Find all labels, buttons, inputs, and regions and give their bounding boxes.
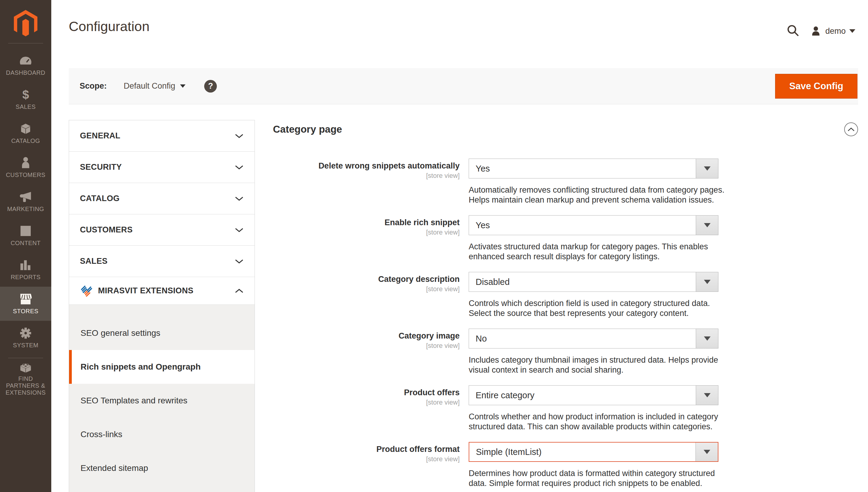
sidebar-item-label: FIND PARTNERS & EXTENSIONS bbox=[3, 375, 49, 396]
field-label: Category description bbox=[273, 274, 460, 284]
subnav-seo-templates-rewrites[interactable]: SEO Templates and rewrites bbox=[69, 384, 255, 418]
config-section-nav: GENERAL SECURITY CATALOG CUSTOMERS SALES bbox=[69, 120, 255, 492]
chevron-down-icon bbox=[235, 227, 244, 233]
field-label: Enable rich snippet bbox=[273, 218, 460, 227]
magento-logo-icon bbox=[13, 10, 38, 39]
sidebar-item-label: MARKETING bbox=[7, 205, 44, 213]
product-offers-format-select[interactable]: Simple (ItemList) bbox=[469, 442, 718, 462]
magento-logo[interactable] bbox=[0, 0, 51, 48]
select-arrow-icon[interactable] bbox=[696, 443, 718, 461]
sidebar-item-stores[interactable]: STORES bbox=[0, 287, 51, 321]
select-arrow-icon[interactable] bbox=[696, 329, 718, 348]
system-icon bbox=[20, 327, 31, 340]
sidebar-item-find-partners[interactable]: FIND PARTNERS & EXTENSIONS bbox=[0, 362, 51, 396]
extensions-subnav: SEO general settings Rich snippets and O… bbox=[69, 305, 255, 492]
config-nav-catalog[interactable]: CATALOG bbox=[69, 183, 255, 214]
sidebar-item-sales[interactable]: $ SALES bbox=[0, 82, 51, 116]
field-product-offers-format: Product offers format [store view] Simpl… bbox=[273, 442, 858, 488]
select-arrow-icon[interactable] bbox=[696, 216, 718, 235]
config-nav-security[interactable]: SECURITY bbox=[69, 152, 255, 183]
select-value: Entire category bbox=[469, 390, 534, 400]
search-icon[interactable] bbox=[787, 24, 799, 38]
scope-toolbar: Scope: Default Config ? Save Config bbox=[69, 68, 858, 104]
mirasvit-logo-icon bbox=[80, 284, 93, 298]
config-nav-general[interactable]: GENERAL bbox=[69, 120, 255, 152]
config-nav-customers[interactable]: CUSTOMERS bbox=[69, 214, 255, 246]
delete-wrong-snippets-select[interactable]: Yes bbox=[469, 158, 718, 178]
section-label: CATALOG bbox=[80, 194, 120, 203]
save-config-button[interactable]: Save Config bbox=[775, 74, 858, 99]
sidebar-item-content[interactable]: CONTENT bbox=[0, 219, 51, 253]
sidebar-item-label: DASHBOARD bbox=[6, 69, 45, 76]
sidebar-item-system[interactable]: SYSTEM bbox=[0, 321, 51, 355]
scope-caret-icon bbox=[180, 84, 186, 88]
sidebar-item-catalog[interactable]: CATALOG bbox=[0, 116, 51, 150]
subnav-label: SEO general settings bbox=[80, 328, 161, 338]
sidebar-item-label: SALES bbox=[16, 103, 35, 110]
user-caret-icon bbox=[849, 29, 855, 33]
sidebar-item-label: CUSTOMERS bbox=[6, 172, 45, 178]
subnav-cross-links[interactable]: Cross-links bbox=[69, 418, 255, 451]
field-label: Delete wrong snippets automatically bbox=[273, 161, 460, 171]
sidebar-item-marketing[interactable]: MARKETING bbox=[0, 184, 51, 219]
stores-icon bbox=[19, 293, 32, 305]
select-arrow-icon[interactable] bbox=[696, 386, 718, 405]
subnav-label: Extended sitemap bbox=[80, 463, 148, 473]
scope-help-icon[interactable]: ? bbox=[204, 80, 217, 93]
select-value: Disabled bbox=[469, 277, 510, 287]
config-nav-sales[interactable]: SALES bbox=[69, 246, 255, 277]
chevron-down-icon bbox=[235, 259, 244, 264]
select-arrow-icon[interactable] bbox=[696, 272, 718, 292]
section-label: SECURITY bbox=[80, 163, 122, 172]
admin-sidebar: DASHBOARD $ SALES CATALOG CUSTOMERS MARK… bbox=[0, 0, 51, 492]
section-title: Category page bbox=[273, 124, 342, 135]
sidebar-item-reports[interactable]: REPORTS bbox=[0, 253, 51, 287]
category-page-settings: Category page Delete wrong snippets auto… bbox=[273, 120, 858, 492]
subnav-label: Cross-links bbox=[80, 429, 122, 439]
product-offers-select[interactable]: Entire category bbox=[469, 385, 718, 405]
reports-icon bbox=[20, 259, 31, 271]
field-scope-note: [store view] bbox=[273, 285, 460, 293]
scope-value: Default Config bbox=[124, 81, 175, 91]
field-delete-wrong-snippets: Delete wrong snippets automatically [sto… bbox=[273, 158, 858, 205]
select-value: Yes bbox=[469, 220, 490, 230]
enable-rich-snippet-select[interactable]: Yes bbox=[469, 215, 718, 235]
field-help-text: Controls whether and how product informa… bbox=[469, 412, 726, 432]
subnav-extended-sitemap[interactable]: Extended sitemap bbox=[69, 451, 255, 485]
sidebar-item-label: CONTENT bbox=[10, 240, 41, 247]
catalog-icon bbox=[20, 122, 31, 135]
category-description-select[interactable]: Disabled bbox=[469, 272, 718, 292]
select-arrow-icon[interactable] bbox=[696, 159, 718, 178]
sidebar-item-dashboard[interactable]: DASHBOARD bbox=[0, 48, 51, 82]
user-avatar-icon bbox=[810, 25, 822, 37]
sidebar-item-label: REPORTS bbox=[10, 274, 41, 281]
field-enable-rich-snippet: Enable rich snippet [store view] Yes Act… bbox=[273, 215, 858, 262]
chevron-up-icon bbox=[847, 127, 855, 131]
subnav-seo-general-settings[interactable]: SEO general settings bbox=[69, 316, 255, 350]
category-image-select[interactable]: No bbox=[469, 328, 718, 348]
chevron-up-icon bbox=[235, 288, 244, 294]
section-label: CUSTOMERS bbox=[80, 225, 133, 235]
customers-icon bbox=[21, 156, 31, 169]
field-scope-note: [store view] bbox=[273, 455, 460, 463]
section-label: SALES bbox=[80, 256, 108, 266]
sidebar-item-customers[interactable]: CUSTOMERS bbox=[0, 150, 51, 184]
extensions-brick-icon bbox=[19, 362, 32, 373]
scope-switcher[interactable]: Default Config bbox=[124, 81, 186, 91]
field-scope-note: [store view] bbox=[273, 398, 460, 407]
field-help-text: Determines how product data is formatted… bbox=[469, 468, 726, 488]
select-value: No bbox=[469, 334, 487, 344]
field-scope-note: [store view] bbox=[273, 342, 460, 350]
subnav-rich-snippets-opengraph[interactable]: Rich snippets and Opengraph bbox=[69, 350, 255, 384]
section-label: MIRASVIT EXTENSIONS bbox=[98, 286, 193, 295]
config-nav-mirasvit-extensions[interactable]: MIRASVIT EXTENSIONS bbox=[69, 277, 255, 305]
sales-icon: $ bbox=[22, 88, 29, 101]
collapse-section-button[interactable] bbox=[844, 122, 858, 136]
chevron-down-icon bbox=[235, 165, 244, 170]
select-value: Simple (ItemList) bbox=[469, 447, 542, 457]
sidebar-item-label: CATALOG bbox=[11, 138, 40, 144]
field-help-text: Includes category thumbnail images in st… bbox=[469, 355, 726, 375]
user-menu[interactable]: demo bbox=[810, 25, 855, 37]
field-help-text: Activates structured data markup for cat… bbox=[469, 242, 726, 262]
subnav-label: SEO Templates and rewrites bbox=[80, 396, 187, 405]
